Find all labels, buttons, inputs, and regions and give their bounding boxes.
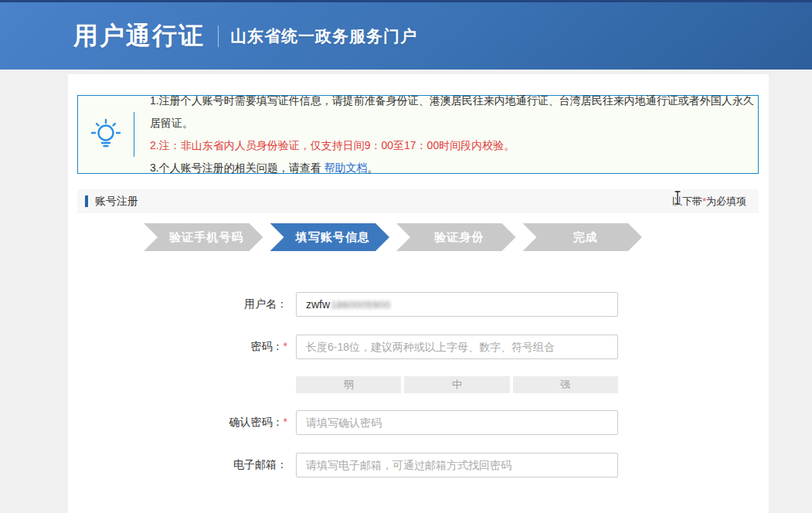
- username-value: zwfw: [306, 298, 330, 311]
- email-input[interactable]: [296, 453, 618, 477]
- password-strength-meter: 弱 中 强: [68, 376, 769, 393]
- strength-weak: 弱: [296, 376, 401, 393]
- notice-line-3-suffix: 。: [368, 161, 379, 174]
- strength-medium: 中: [404, 376, 509, 393]
- confirm-password-input[interactable]: [296, 410, 618, 435]
- required-hint-suffix: 为必填项: [706, 195, 746, 207]
- password-row: 密码：*: [68, 335, 769, 359]
- section-marker: [85, 195, 88, 207]
- confirm-password-label: 确认密码：*: [68, 416, 287, 430]
- confirm-password-label-text: 确认密码：: [229, 416, 284, 428]
- username-label: 用户名：: [68, 297, 287, 311]
- portal-subtitle: 山东省统一政务服务门户: [230, 25, 417, 47]
- strength-strong: 强: [513, 376, 618, 393]
- step-verify-identity: 验证身份: [396, 223, 516, 251]
- step-verify-phone: 验证手机号码: [144, 223, 263, 251]
- content-card: 1.注册个人账号时需要填写证件信息，请提前准备身份证、港澳居民往来内地通行证、台…: [68, 74, 769, 513]
- email-label: 电子邮箱：: [68, 458, 287, 472]
- step-fill-account-info: 填写账号信息: [270, 223, 390, 251]
- registration-page: { "header": { "title": "用户通行证", "subtitl…: [0, 0, 812, 513]
- page-header: 用户通行证 山东省统一政务服务门户: [0, 0, 812, 70]
- notice-line-3: 3.个人账号注册的相关问题，请查看 帮助文档。: [150, 157, 758, 179]
- page-title: 用户通行证: [73, 19, 205, 53]
- notice-box: 1.注册个人账号时需要填写证件信息，请提前准备身份证、港澳居民往来内地通行证、台…: [77, 95, 759, 174]
- notice-line-3-text: 3.个人账号注册的相关问题，请查看: [150, 161, 324, 174]
- step-wizard: 验证手机号码 填写账号信息 验证身份 完成: [144, 223, 642, 251]
- password-input[interactable]: [296, 335, 618, 359]
- notice-divider: [134, 112, 134, 157]
- header-divider: [218, 25, 219, 47]
- notice-line-2: 2.注：非山东省内人员身份验证，仅支持日间9：00至17：00时间段内校验。: [150, 134, 758, 157]
- text-ibeam-cursor: [673, 190, 682, 209]
- help-doc-link[interactable]: 帮助文档: [324, 161, 368, 174]
- section-title: 账号注册: [95, 195, 138, 209]
- username-row: 用户名： zwfw1860005900: [68, 292, 769, 317]
- required-fields-hint: 以下带*为必填项: [672, 195, 746, 209]
- email-row: 电子邮箱：: [68, 453, 769, 477]
- confirm-password-row: 确认密码：*: [68, 410, 769, 435]
- step-complete: 完成: [523, 223, 643, 251]
- lightbulb-icon: [78, 118, 134, 151]
- section-bar: 账号注册 以下带*为必填项: [77, 189, 759, 213]
- notice-line-1: 1.注册个人账号时需要填写证件信息，请提前准备身份证、港澳居民往来内地通行证、台…: [150, 90, 758, 134]
- password-required-star: *: [284, 340, 287, 352]
- password-label-text: 密码：: [251, 340, 284, 352]
- username-value-redacted: 1860005900: [331, 299, 390, 311]
- confirm-password-required-star: *: [284, 416, 287, 428]
- username-input[interactable]: zwfw1860005900: [296, 292, 618, 317]
- password-label: 密码：*: [68, 340, 287, 354]
- registration-form: 用户名： zwfw1860005900 密码：* 弱 中 强 确认密码：*: [68, 292, 769, 477]
